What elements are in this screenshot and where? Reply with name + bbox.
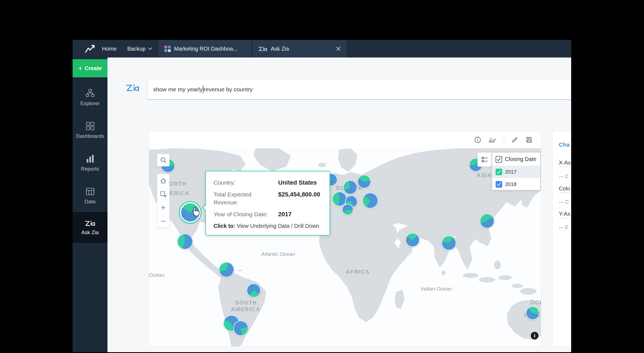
map-pie-scandinavia[interactable] — [357, 175, 371, 188]
tab-label: Marketing ROI Dashboa... — [174, 46, 237, 52]
map-zoom-selection-button[interactable] — [157, 187, 169, 201]
map-label-oceania: OCEANIA — [530, 299, 541, 306]
sidebar-item-explorer[interactable]: Explorer — [73, 81, 107, 114]
chart-settings-panel: Cha X-Ax — C Colo — C Y-Ax — E — [552, 131, 571, 347]
save-button[interactable] — [526, 136, 533, 143]
tooltip-year-label: Year of Closing Date: — [214, 210, 278, 218]
map-zoom-in-button[interactable] — [157, 201, 169, 214]
map-pie-mexico[interactable] — [177, 234, 193, 250]
tooltip-click-hint: Click to: View Underlying Data / Drill D… — [214, 223, 322, 229]
settings-color-value[interactable]: — C — [559, 199, 569, 205]
datapoint-tooltip: Country: United States Total Expected Re… — [205, 171, 330, 236]
tab-ask-zia[interactable]: Ask Zia — [252, 40, 347, 58]
map-pie-middle-east[interactable] — [405, 233, 420, 247]
ask-zia-query-input[interactable]: show me my yearly revenue by country — [148, 79, 571, 100]
tooltip-year-value: 2017 — [278, 210, 322, 218]
edit-button[interactable] — [511, 136, 518, 143]
sidebar-item-reports[interactable]: Reports — [73, 147, 107, 179]
nav-backup[interactable]: Backup — [127, 40, 152, 58]
map-pie-australia[interactable] — [526, 306, 540, 320]
screen: Home Backup Marketing ROI Dashboa... — [0, 0, 644, 353]
create-label: Create — [85, 65, 102, 72]
legend-toggle-button[interactable] — [477, 152, 492, 167]
toolbar-divider — [504, 136, 504, 144]
plus-icon: + — [78, 65, 82, 71]
result-chart-card: NORTHAMERICAEUROPEASIAAFRICASOUTHAMERICA… — [149, 131, 541, 347]
map-label-pacific-ocean: Pacific Ocean — [149, 272, 164, 278]
legend-item-2017[interactable]: 2017 — [492, 166, 540, 178]
map-zoom-controls — [157, 174, 170, 228]
settings-y-axis-label[interactable]: Y-Ax — [559, 211, 570, 218]
zia-icon — [258, 46, 267, 52]
text-caret — [203, 86, 203, 93]
map-pie-eastern-europe[interactable] — [362, 193, 378, 209]
map-search-button[interactable] — [157, 154, 170, 166]
tooltip-click-prefix: Click to: — [214, 223, 235, 229]
map-home-button[interactable] — [157, 174, 169, 187]
legend-header[interactable]: Closing Date — [492, 153, 540, 166]
settings-x-axis-label[interactable]: X-Ax — [559, 160, 571, 167]
chart-toolbar — [474, 134, 533, 146]
query-text-before-caret: show me my yearly — [153, 86, 203, 93]
sidebar-item-dashboards[interactable]: Dashboards — [73, 114, 107, 147]
tooltip-country-value: United States — [278, 179, 322, 187]
map-pie-united-states[interactable] — [181, 203, 200, 222]
checkbox-checked-icon — [496, 156, 502, 163]
nav-backup-label: Backup — [127, 46, 146, 52]
map-pie-spain[interactable] — [342, 204, 353, 215]
map-pie-france[interactable] — [332, 191, 347, 206]
sidebar-item-label: Ask Zia — [81, 229, 99, 236]
map-label-south: SOUTH — [235, 300, 257, 306]
tab-marketing-roi-dashboard[interactable]: Marketing ROI Dashboa... — [158, 40, 252, 58]
tooltip-country-label: Country: — [214, 179, 278, 187]
tooltip-revenue-label: Total Expected Revenue: — [214, 190, 263, 206]
topbar: Home Backup Marketing ROI Dashboa... — [73, 40, 571, 58]
chart-type-button[interactable] — [488, 136, 497, 143]
map-zoom-out-button[interactable] — [157, 214, 169, 228]
analytics-logo-icon — [85, 44, 96, 54]
sidebar: + Create Explorer — [73, 58, 107, 352]
close-icon[interactable] — [336, 46, 341, 51]
sidebar-item-label: Data — [84, 199, 95, 205]
legend-item-label: 2017 — [505, 169, 516, 175]
zia-logo — [126, 83, 140, 94]
tooltip-revenue-value: $25,454,800.00 — [278, 190, 322, 206]
map-label-africa: AFRICA — [346, 269, 370, 275]
map-pie-central-america[interactable] — [219, 262, 234, 277]
map-pie-germany[interactable] — [343, 180, 357, 195]
checkbox-2018-icon — [496, 181, 502, 188]
sidebar-item-label: Reports — [81, 166, 99, 172]
legend-item-label: 2018 — [505, 181, 516, 187]
map-label-america: AMERICA — [231, 306, 260, 313]
tab-label: Ask Zia — [271, 46, 289, 52]
settings-color-label[interactable]: Colo — [559, 185, 570, 193]
dashboard-grid-icon — [164, 46, 171, 52]
map-label-atlantic-ocean: Atlantic Ocean — [261, 251, 295, 257]
map-pie-china[interactable] — [480, 214, 494, 228]
map-pie-india[interactable] — [441, 236, 456, 250]
settings-y-axis-value[interactable]: — E — [559, 225, 568, 230]
nav-home[interactable]: Home — [102, 40, 117, 58]
create-button[interactable]: + Create — [73, 59, 107, 77]
sidebar-item-label: Dashboards — [76, 133, 104, 139]
zia-icon — [85, 220, 96, 227]
settings-tab-chart[interactable]: Cha — [559, 141, 570, 148]
sidebar-nav: Explorer Dashboards — [73, 81, 107, 243]
legend-panel: Closing Date 2017 2018 — [492, 152, 540, 190]
sidebar-item-data[interactable]: Data — [73, 179, 107, 212]
map-attribution-info-icon[interactable]: i — [531, 332, 538, 340]
explorer-icon — [85, 89, 95, 98]
chevron-down-icon — [148, 47, 152, 50]
dashboards-icon — [85, 121, 95, 131]
tooltip-click-text: View Underlying Data / Drill Down — [235, 223, 319, 229]
reports-icon — [85, 154, 95, 163]
settings-x-axis-value[interactable]: — C — [559, 174, 569, 179]
map-pie-colombia[interactable] — [247, 283, 261, 298]
map-pie-argentina[interactable] — [233, 321, 248, 336]
data-table-icon — [85, 187, 95, 196]
info-button[interactable] — [474, 136, 481, 143]
checkbox-2017-icon — [496, 169, 502, 175]
world-map[interactable]: NORTHAMERICAEUROPEASIAAFRICASOUTHAMERICA… — [149, 148, 541, 347]
sidebar-item-ask-zia[interactable]: Ask Zia — [73, 212, 107, 243]
legend-item-2018[interactable]: 2018 — [492, 178, 540, 190]
